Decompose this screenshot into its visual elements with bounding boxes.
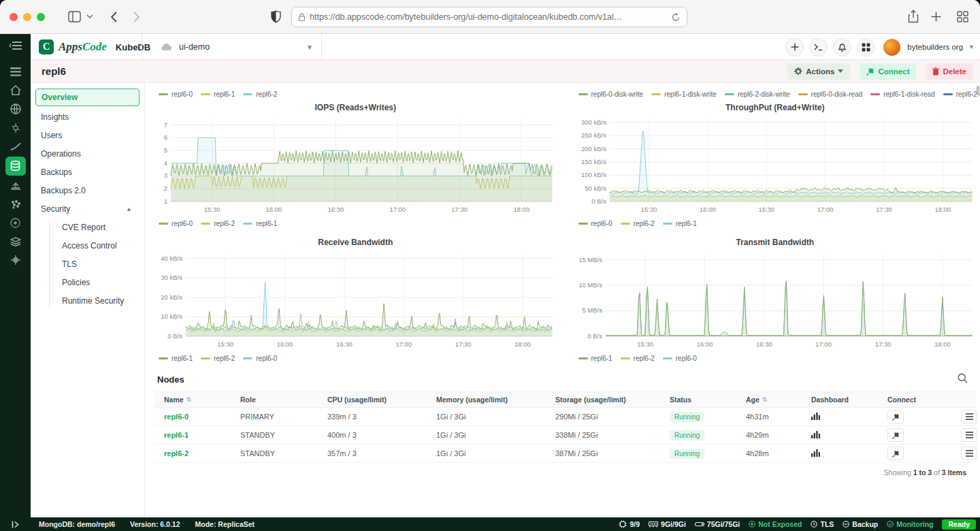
rail-security-scan-icon[interactable] (5, 251, 26, 269)
sidebar-chevron-down-icon[interactable] (86, 14, 93, 19)
legend-item[interactable]: repl6-0 (159, 220, 193, 227)
svg-text:50 kB/s: 50 kB/s (585, 184, 606, 192)
plug-icon (866, 67, 875, 76)
connect-button[interactable]: Connect (860, 63, 916, 80)
connect-plug-button[interactable] (887, 428, 904, 442)
rail-menu-list-icon[interactable] (5, 63, 26, 80)
node-link[interactable]: repl6-1 (164, 431, 189, 439)
nav-item-backups[interactable]: Backups (31, 163, 144, 181)
legend-item[interactable]: repl6-2 (201, 355, 235, 362)
legend-item[interactable]: repl6-1 (578, 355, 612, 362)
svg-text:16:00: 16:00 (277, 340, 293, 348)
rail-registry-icon[interactable] (5, 195, 26, 213)
legend-item[interactable]: repl6-0 (663, 355, 697, 362)
address-bar[interactable]: https://db.appscode.com/bytebuilders-org… (291, 7, 687, 27)
legend-item[interactable]: repl6-2 (243, 91, 277, 98)
delete-button[interactable]: Delete (926, 63, 973, 80)
panel-expand-icon[interactable] (0, 521, 31, 528)
legend-item[interactable]: repl6-1 (159, 355, 193, 362)
nav-item-security[interactable]: Security ▲ (31, 199, 144, 218)
node-link[interactable]: repl6-2 (164, 449, 189, 457)
iops-top-legend: repl6-0repl6-1repl6-2 (159, 88, 557, 99)
nav-item-overview[interactable]: Overview (35, 88, 140, 106)
connect-plug-button[interactable] (887, 447, 904, 460)
appscode-brand[interactable]: C AppsCode KubeDB (39, 34, 150, 60)
nav-item-runtime-security[interactable]: Runtime Security (50, 291, 144, 310)
svg-text:17:00: 17:00 (817, 206, 833, 213)
cluster-chevron-down-icon: ▼ (306, 44, 313, 51)
rail-stacks-icon[interactable] (5, 233, 26, 251)
privacy-shield-icon[interactable] (271, 10, 281, 23)
legend-item[interactable]: repl6-1 (663, 220, 697, 227)
rail-backup-icon[interactable] (5, 176, 26, 194)
dashboard-chart-icon[interactable] (811, 430, 820, 440)
notifications-bell-button[interactable] (833, 38, 851, 57)
svg-text:16:00: 16:00 (696, 340, 713, 348)
legend-item[interactable]: repl6-1-disk-write (651, 91, 717, 98)
rail-clusters-icon[interactable] (5, 100, 26, 118)
browser-back-button[interactable] (110, 12, 117, 22)
legend-item[interactable]: repl6-0-disk-read (798, 91, 863, 98)
legend-item[interactable]: repl6-0 (243, 355, 277, 362)
nav-item-users[interactable]: Users (31, 126, 144, 144)
legend-item[interactable]: repl6-1 (201, 91, 235, 98)
nav-item-policies[interactable]: Policies (50, 273, 144, 291)
browser-sidebar-icon[interactable] (68, 11, 81, 22)
legend-item[interactable]: repl6-1 (243, 220, 277, 227)
dashboard-chart-icon[interactable] (811, 412, 820, 421)
node-link[interactable]: repl6-0 (164, 413, 189, 421)
cluster-name: ui-demo (179, 42, 210, 52)
browser-forward-button[interactable] (133, 12, 140, 22)
search-icon[interactable] (958, 373, 968, 386)
svg-text:18:00: 18:00 (934, 206, 951, 213)
nav-item-cve-report[interactable]: CVE Report (50, 218, 144, 236)
processes-button[interactable] (961, 410, 977, 423)
nav-item-access-control[interactable]: Access Control (50, 236, 144, 255)
legend-item[interactable]: repl6-0 (578, 220, 612, 227)
rail-helm-icon[interactable] (5, 119, 26, 137)
scrollbar-thumb[interactable] (977, 86, 979, 95)
account-avatar[interactable] (883, 39, 900, 56)
new-tab-icon[interactable] (931, 12, 941, 22)
sort-icon: ⇅ (186, 396, 192, 403)
legend-item[interactable]: repl6-2-disk-write (725, 91, 790, 98)
nav-item-operations[interactable]: Operations (31, 144, 144, 163)
col-age[interactable]: Age⇅ (736, 396, 802, 404)
svg-text:15:30: 15:30 (204, 206, 220, 213)
rail-target-icon[interactable] (5, 214, 26, 231)
nav-item-backups-2[interactable]: Backups 2.0 (31, 181, 144, 199)
legend-item[interactable]: repl6-2-disk-read (943, 91, 980, 98)
tab-overview-icon[interactable] (957, 11, 968, 22)
reload-icon[interactable] (672, 13, 680, 22)
create-button[interactable] (785, 38, 804, 57)
legend-item[interactable]: repl6-0 (159, 91, 193, 98)
legend-item[interactable]: repl6-2 (201, 220, 235, 227)
close-window-button[interactable] (10, 13, 18, 21)
share-icon[interactable] (908, 10, 919, 23)
processes-button[interactable] (961, 447, 977, 460)
minimize-window-button[interactable] (23, 13, 31, 21)
zoom-window-button[interactable] (37, 13, 45, 21)
legend-item[interactable]: repl6-1-disk-read (870, 91, 935, 98)
rail-metrics-icon[interactable] (5, 138, 26, 155)
apps-grid-button[interactable] (857, 38, 875, 57)
legend-item[interactable]: repl6-0-disk-write (578, 91, 644, 98)
connect-plug-button[interactable] (887, 410, 904, 423)
actions-button[interactable]: Actions (787, 63, 850, 80)
svg-text:2: 2 (164, 184, 167, 192)
col-name[interactable]: Name⇅ (154, 396, 231, 404)
nav-item-insights[interactable]: Insights (31, 108, 144, 126)
processes-button[interactable] (961, 428, 977, 442)
legend-item[interactable]: repl6-2 (621, 355, 655, 362)
nav-item-tls[interactable]: TLS (50, 255, 144, 273)
account-name[interactable]: bytebuilders org (907, 43, 963, 51)
rail-databases-icon[interactable] (5, 157, 26, 176)
svg-text:17:30: 17:30 (455, 340, 472, 348)
legend-item[interactable]: repl6-2 (621, 220, 655, 227)
memory-usage: 9Gi/9Gi (649, 520, 686, 528)
dashboard-chart-icon[interactable] (811, 449, 820, 458)
rail-collapse-menu-icon[interactable] (10, 41, 22, 53)
rail-home-icon[interactable] (5, 82, 26, 99)
cluster-selector[interactable]: ui-demo ▼ (142, 34, 322, 60)
terminal-button[interactable] (809, 38, 828, 57)
